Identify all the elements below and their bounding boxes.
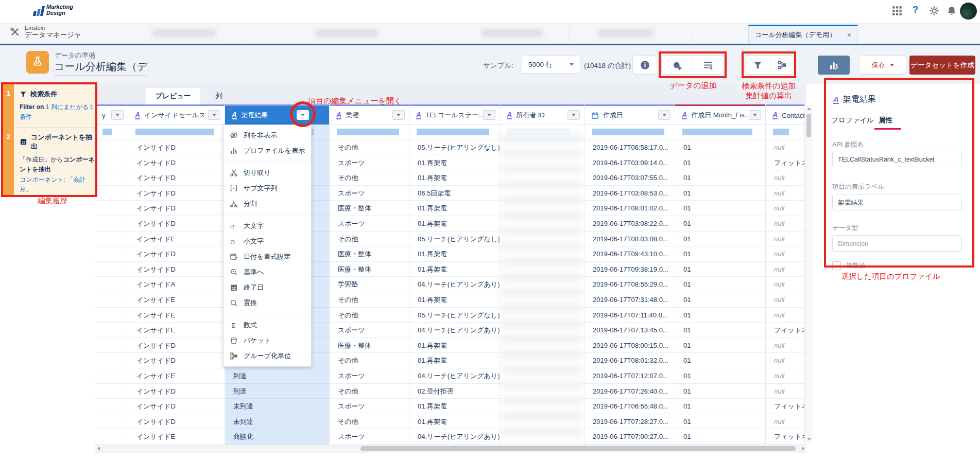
- table-cell[interactable]: [95, 414, 128, 430]
- table-cell[interactable]: インサイドD: [128, 186, 225, 201]
- column-header-col0[interactable]: y: [95, 104, 128, 125]
- table-cell[interactable]: [95, 170, 128, 186]
- table-cell[interactable]: フィットネス: [766, 323, 806, 338]
- column-menu-button[interactable]: [658, 110, 670, 120]
- table-cell[interactable]: スポーツ: [330, 155, 409, 171]
- tab-preview[interactable]: プレビュー: [146, 88, 200, 104]
- table-cell[interactable]: 01.再架電: [409, 414, 500, 430]
- column-menu-button[interactable]: [749, 110, 761, 120]
- column-header-gyoshu[interactable]: A業種: [330, 104, 409, 125]
- table-cell[interactable]: 02.受付拒否: [409, 384, 500, 399]
- menu-item-replace[interactable]: 置換: [223, 295, 311, 311]
- vertical-scrollbar[interactable]: [804, 104, 813, 443]
- table-cell[interactable]: 01: [675, 277, 765, 292]
- table-cell[interactable]: スポーツ: [330, 399, 409, 414]
- table-cell[interactable]: スポーツ: [330, 216, 409, 232]
- table-cell[interactable]: null: [766, 186, 806, 201]
- table-cell[interactable]: 2019-06-17T07:31:48.0...: [584, 292, 675, 308]
- table-cell[interactable]: インサイドD: [128, 384, 225, 399]
- table-cell[interactable]: null: [766, 368, 806, 384]
- table-cell[interactable]: 01: [675, 170, 765, 186]
- menu-item-group-by[interactable]: グループ化単位: [223, 348, 311, 364]
- table-cell[interactable]: 2019-06-17T07:26:40.0...: [584, 384, 675, 399]
- scroll-up-arrow[interactable]: [807, 108, 811, 110]
- table-cell[interactable]: [95, 308, 128, 323]
- table-cell[interactable]: 06.5回架電: [409, 186, 500, 201]
- table-cell[interactable]: 01.再架電: [409, 246, 500, 262]
- table-cell[interactable]: インサイドD: [128, 201, 225, 216]
- table-cell[interactable]: 01.再架電: [409, 262, 500, 277]
- table-cell[interactable]: 2019-06-17T06:55:48.0...: [584, 399, 675, 414]
- table-cell[interactable]: [95, 232, 128, 247]
- column-menu-button[interactable]: [568, 110, 580, 120]
- scroll-right-arrow[interactable]: [802, 447, 804, 451]
- table-cell[interactable]: null: [766, 140, 806, 155]
- table-cell[interactable]: インサイドE: [128, 368, 225, 384]
- menu-item-hide-column[interactable]: 列を非表示: [223, 128, 311, 143]
- table-cell[interactable]: 01: [675, 308, 765, 323]
- column-header-inside_sales[interactable]: Aインサイドセールス: [128, 104, 225, 125]
- menu-item-uppercase[interactable]: tT大文字: [223, 218, 311, 234]
- table-cell[interactable]: 01: [675, 186, 765, 201]
- table-cell[interactable]: 2019-06-17T08:55:29.0...: [584, 277, 675, 292]
- save-button[interactable]: 保存: [859, 56, 906, 75]
- blurred-tab[interactable]: [314, 29, 379, 37]
- menu-item-cut[interactable]: 切り取り: [223, 165, 311, 181]
- table-cell[interactable]: インサイドA: [128, 277, 225, 292]
- table-cell[interactable]: スポーツ: [330, 186, 409, 201]
- table-cell[interactable]: 01: [675, 429, 765, 445]
- column-header-month[interactable]: A作成日 Month_Fis...: [675, 104, 765, 125]
- blurred-tab[interactable]: [482, 29, 543, 37]
- table-cell[interactable]: 04.リーチ(ヒアリングあり): [409, 368, 500, 384]
- step-link[interactable]: コンポーネント: 「会計月」: [20, 176, 85, 193]
- table-cell[interactable]: 01.再架電: [409, 216, 500, 232]
- table-cell[interactable]: [95, 262, 128, 277]
- table-cell[interactable]: 医療・整体: [330, 201, 409, 216]
- table-cell[interactable]: [95, 353, 128, 368]
- table-cell[interactable]: [95, 277, 128, 292]
- table-cell[interactable]: [95, 323, 128, 338]
- vertical-scroll-thumb[interactable]: [806, 114, 811, 137]
- table-cell[interactable]: null: [766, 277, 806, 292]
- table-cell[interactable]: 01: [675, 384, 765, 399]
- edit-step[interactable]: 1検索条件Filter on 1 列にまたがる１条件: [14, 84, 95, 127]
- table-cell[interactable]: 01: [675, 323, 765, 338]
- table-cell[interactable]: [95, 292, 128, 308]
- table-cell[interactable]: 2019-06-17T03:09:14.0...: [584, 155, 675, 171]
- table-cell[interactable]: その他: [330, 232, 409, 247]
- table-cell[interactable]: 01.再架電: [409, 399, 500, 414]
- table-cell[interactable]: 01: [675, 155, 765, 171]
- table-cell[interactable]: 01: [675, 368, 765, 384]
- table-cell[interactable]: 05.リーチ(ヒアリングなし): [409, 308, 500, 323]
- menu-item-format-date[interactable]: 日付を書式設定: [223, 249, 311, 264]
- table-cell[interactable]: 2019-06-17T07:28:27.0...: [584, 414, 675, 430]
- table-cell[interactable]: インサイドD: [128, 170, 225, 186]
- table-cell[interactable]: 医療・整体: [330, 246, 409, 262]
- table-cell[interactable]: [95, 368, 128, 384]
- table-cell[interactable]: 学習塾: [330, 277, 409, 292]
- table-cell[interactable]: [95, 140, 128, 155]
- table-cell[interactable]: スポーツ: [330, 323, 409, 338]
- table-cell[interactable]: 未到達: [225, 414, 329, 430]
- table-cell[interactable]: 未到達: [225, 399, 329, 414]
- horizontal-scroll-thumb[interactable]: [360, 446, 796, 451]
- table-cell[interactable]: null: [766, 353, 806, 368]
- table-cell[interactable]: フィットネス: [766, 155, 806, 171]
- table-cell[interactable]: 商談化: [225, 429, 329, 445]
- avatar[interactable]: [960, 3, 977, 20]
- table-cell[interactable]: null: [766, 232, 806, 247]
- table-cell[interactable]: null: [766, 216, 806, 232]
- table-cell[interactable]: インサイドD: [128, 338, 225, 353]
- table-cell[interactable]: インサイドE: [128, 308, 225, 323]
- table-cell[interactable]: その他: [330, 353, 409, 368]
- table-cell[interactable]: 01: [675, 414, 765, 430]
- table-cell[interactable]: 01.再架電: [409, 338, 500, 353]
- table-cell[interactable]: インサイドD: [128, 246, 225, 262]
- tab-columns[interactable]: 列: [200, 88, 237, 104]
- column-menu-button[interactable]: [111, 110, 124, 120]
- column-menu-button[interactable]: [483, 110, 495, 120]
- table-cell[interactable]: 2019-06-17T06:58:17.0...: [584, 140, 675, 155]
- table-cell[interactable]: その他: [330, 140, 409, 155]
- table-cell[interactable]: スポーツ: [330, 368, 409, 384]
- menu-item-split[interactable]: 分割: [223, 196, 311, 211]
